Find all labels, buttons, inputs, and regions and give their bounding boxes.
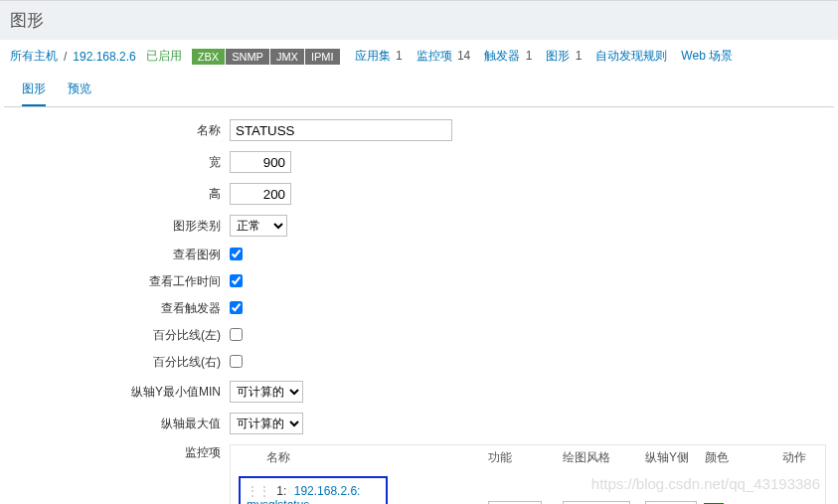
label-yaxis-min: 纵轴Y最小值MIN [6, 384, 230, 401]
nav-apps[interactable]: 应用集 1 [355, 48, 403, 65]
label-type: 图形类别 [6, 218, 230, 235]
col-func: 功能 [488, 449, 563, 466]
nav-graphs[interactable]: 图形 1 [546, 48, 582, 65]
item-index: 1: [276, 484, 286, 498]
items-table: 名称 功能 绘图风格 纵轴Y侧 颜色 动作 ⋮⋮ 1: 192.168.2.6:… [230, 444, 826, 504]
checkbox-show-triggers[interactable] [230, 301, 243, 314]
checkbox-show-worktime[interactable] [230, 274, 243, 287]
label-percent-left: 百分比线(左) [6, 327, 230, 344]
label-yaxis-max: 纵轴最大值 [6, 416, 230, 432]
col-color: 颜色 [705, 449, 783, 466]
nav-web[interactable]: Web 场景 [681, 48, 733, 65]
col-action: 动作 [782, 449, 817, 466]
col-name: 名称 [239, 449, 488, 466]
label-percent-right: 百分比线(右) [6, 354, 230, 371]
proto-ipmi: IPMI [305, 49, 340, 65]
nav-items[interactable]: 监控项 14 [417, 48, 471, 65]
col-yaxis: 纵轴Y侧 [645, 449, 705, 466]
status-enabled: 已启用 [146, 48, 182, 65]
label-name: 名称 [6, 122, 230, 139]
select-yaxis-min[interactable]: 可计算的 [230, 381, 303, 403]
proto-snmp: SNMP [226, 49, 269, 65]
tab-graph[interactable]: 图形 [22, 81, 46, 106]
label-show-triggers: 查看触发器 [6, 300, 230, 317]
label-show-legend: 查看图例 [6, 247, 230, 263]
tab-preview[interactable]: 预览 [68, 81, 91, 106]
breadcrumb-all-hosts[interactable]: 所有主机 [10, 48, 58, 65]
select-type[interactable]: 正常 [230, 215, 287, 237]
label-items: 监控项 [6, 444, 230, 461]
page-title: 图形 [10, 9, 828, 32]
input-width[interactable] [230, 151, 291, 173]
proto-zbx: ZBX [192, 49, 225, 65]
col-style: 绘图风格 [563, 449, 645, 466]
item-highlight: ⋮⋮ 1: 192.168.2.6: mysqlstatus 添加 [239, 476, 388, 504]
input-height[interactable] [230, 183, 291, 205]
breadcrumb: 所有主机 / 192.168.2.6 已启用 ZBX SNMP JMX IPMI… [0, 40, 838, 71]
proto-jmx: JMX [270, 49, 304, 65]
checkbox-percent-right[interactable] [230, 355, 243, 368]
checkbox-show-legend[interactable] [230, 248, 243, 260]
select-yaxis-max[interactable]: 可计算的 [230, 413, 303, 434]
watermark: https://blog.csdn.net/qq_43193386 [591, 475, 820, 492]
breadcrumb-sep: / [64, 50, 67, 64]
label-width: 宽 [6, 154, 230, 171]
drag-handle-icon[interactable]: ⋮⋮ [247, 484, 270, 498]
nav-discovery[interactable]: 自动发现规则 [595, 48, 667, 65]
input-name[interactable] [230, 119, 452, 141]
checkbox-percent-left[interactable] [230, 328, 243, 341]
protocol-badges: ZBX SNMP JMX IPMI [192, 49, 341, 65]
label-height: 高 [6, 186, 230, 203]
tabs: 图形 预览 [4, 75, 834, 107]
nav-triggers[interactable]: 触发器 1 [484, 48, 532, 65]
breadcrumb-host[interactable]: 192.168.2.6 [73, 50, 135, 64]
label-show-worktime: 查看工作时间 [6, 273, 230, 290]
